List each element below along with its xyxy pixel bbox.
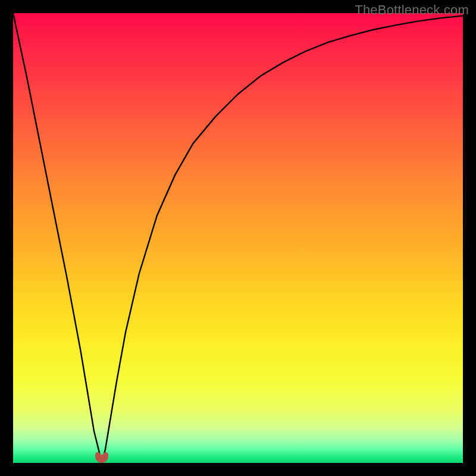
- chart-frame: TheBottleneck.com: [0, 0, 476, 476]
- plot-area: [13, 13, 463, 463]
- curve-svg: [13, 13, 463, 463]
- watermark-text: TheBottleneck.com: [355, 2, 469, 18]
- bottleneck-curve: [13, 13, 463, 463]
